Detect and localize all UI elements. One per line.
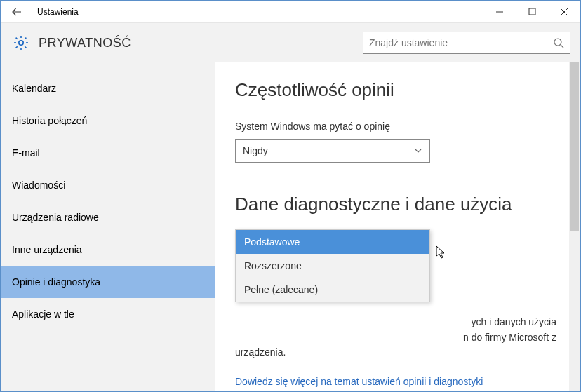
option-label: Pełne (zalecane)	[244, 284, 318, 295]
select-value: Nigdy	[243, 145, 268, 156]
sidebar-item-background-apps[interactable]: Aplikacje w tle	[1, 298, 215, 330]
header: PRYWATNOŚĆ	[1, 23, 580, 62]
dropdown-option-basic[interactable]: Podstawowe	[236, 230, 429, 254]
window-title: Ustawienia	[37, 7, 79, 17]
maximize-button[interactable]	[516, 1, 548, 23]
sidebar-item-messaging[interactable]: Wiadomości	[1, 169, 215, 201]
sidebar-item-label: Wiadomości	[12, 180, 65, 191]
sidebar-item-label: Urządzenia radiowe	[12, 212, 99, 223]
body: Kalendarz Historia połączeń E-mail Wiado…	[1, 62, 580, 392]
sidebar-item-label: E-mail	[12, 147, 40, 158]
sidebar-item-label: Kalendarz	[12, 83, 56, 94]
sidebar: Kalendarz Historia połączeń E-mail Wiado…	[1, 62, 215, 392]
section-heading-feedback-frequency: Częstotliwość opinii	[235, 79, 561, 101]
close-icon	[560, 8, 568, 16]
back-button[interactable]	[1, 1, 33, 23]
sidebar-item-label: Opinie i diagnostyka	[12, 276, 100, 288]
minimize-icon	[495, 8, 504, 16]
sidebar-item-calendar[interactable]: Kalendarz	[1, 72, 215, 104]
content-scrollbar[interactable]	[569, 62, 580, 392]
sidebar-item-call-history[interactable]: Historia połączeń	[1, 104, 215, 137]
sidebar-item-feedback-diagnostics[interactable]: Opinie i diagnostyka	[1, 266, 215, 298]
back-arrow-icon	[11, 6, 22, 18]
option-label: Podstawowe	[244, 236, 300, 248]
search-icon	[553, 37, 564, 48]
maximize-icon	[528, 8, 536, 15]
sidebar-item-other-devices[interactable]: Inne urządzenia	[1, 234, 215, 266]
dropdown-option-enhanced[interactable]: Rozszerzone	[236, 254, 429, 278]
feedback-frequency-select[interactable]: Nigdy	[235, 139, 430, 163]
section-heading-diagnostic-data: Dane diagnostyczne i dane użycia	[235, 194, 561, 215]
svg-point-2	[554, 39, 561, 46]
settings-gear-icon	[11, 32, 32, 53]
sidebar-item-label: Inne urządzenia	[12, 244, 82, 255]
diagnostic-description-partial: ych i danych użycia n do firmy Microsoft…	[235, 315, 561, 360]
sidebar-item-label: Aplikacje w tle	[12, 309, 74, 320]
titlebar: Ustawienia	[1, 1, 580, 23]
sidebar-item-radios[interactable]: Urządzenia radiowe	[1, 201, 215, 234]
page-title: PRYWATNOŚĆ	[39, 36, 363, 50]
svg-rect-0	[529, 8, 535, 15]
option-label: Rozszerzone	[244, 260, 302, 271]
svg-point-1	[19, 41, 23, 45]
content: Częstotliwość opinii System Windows ma p…	[215, 62, 580, 392]
search-box[interactable]	[363, 32, 570, 54]
sidebar-item-email[interactable]: E-mail	[1, 137, 215, 169]
search-input[interactable]	[369, 37, 553, 48]
close-button[interactable]	[548, 1, 580, 23]
scrollbar-thumb[interactable]	[570, 62, 579, 231]
minimize-button[interactable]	[483, 1, 516, 23]
diagnostic-data-dropdown[interactable]: Podstawowe Rozszerzone Pełne (zalecane)	[235, 229, 430, 302]
chevron-down-icon	[414, 147, 422, 155]
dropdown-option-full[interactable]: Pełne (zalecane)	[236, 278, 429, 302]
feedback-frequency-label: System Windows ma pytać o opinię	[235, 121, 561, 132]
sidebar-item-label: Historia połączeń	[12, 115, 87, 126]
learn-more-link[interactable]: Dowiedz się więcej na temat ustawień opi…	[235, 376, 561, 387]
